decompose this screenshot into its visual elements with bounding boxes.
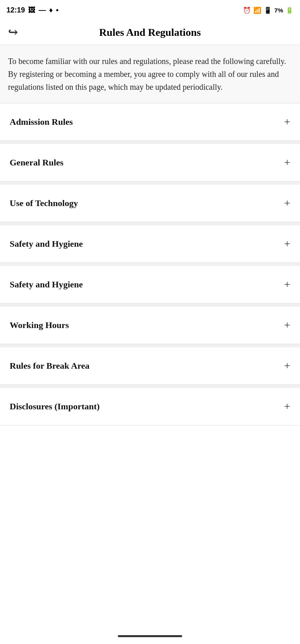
accordion-header-1[interactable]: General Rules+ [0,144,300,181]
time-display: 12:19 [6,6,25,14]
accordion-label-2: Use of Technology [10,198,78,208]
status-bar-right: ⏰ 📶 📱 7% 🔋 [243,6,294,14]
accordion-header-6[interactable]: Rules for Break Area+ [0,347,300,384]
accordion-header-2[interactable]: Use of Technology+ [0,185,300,222]
accordion-label-5: Working Hours [10,320,69,330]
accordion-item: Use of Technology+ [0,185,300,222]
accordion-label-4: Safety and Hygiene [10,279,83,290]
accordion-item: Working Hours+ [0,307,300,344]
accordion-header-7[interactable]: Disclosures (Important)+ [0,388,300,425]
accordion-item: Admission Rules+ [0,103,300,141]
location-icon: ♦ [49,6,53,14]
back-button[interactable]: ↩ [8,26,17,39]
accordion-header-5[interactable]: Working Hours+ [0,307,300,344]
status-bar: 12:19 🖼 — ♦ • ⏰ 📶 📱 7% 🔋 [0,0,300,20]
accordion-item: Rules for Break Area+ [0,347,300,385]
accordion-expand-icon-6[interactable]: + [284,360,290,372]
accordion-header-4[interactable]: Safety and Hygiene+ [0,266,300,303]
accordion-expand-icon-4[interactable]: + [284,279,290,290]
accordion-label-7: Disclosures (Important) [10,401,100,412]
bottom-indicator [118,635,182,637]
arrow-icon: — [39,6,46,14]
intro-text: To become familiar with our rules and re… [8,55,292,93]
accordion-header-3[interactable]: Safety and Hygiene+ [0,225,300,262]
accordion-container: Admission Rules+General Rules+Use of Tec… [0,103,300,425]
accordion-item: Disclosures (Important)+ [0,388,300,425]
accordion-item: Safety and Hygiene+ [0,266,300,303]
accordion-label-1: General Rules [10,157,64,168]
accordion-label-3: Safety and Hygiene [10,239,83,249]
accordion-header-0[interactable]: Admission Rules+ [0,103,300,140]
dot-icon: • [56,6,58,14]
intro-section: To become familiar with our rules and re… [0,45,300,103]
page-title: Rules And Regulations [99,27,201,39]
wifi-icon: 📶 [253,6,261,14]
page-header: ↩ Rules And Regulations [0,20,300,45]
accordion-label-0: Admission Rules [10,117,73,127]
signal-icon: 📱 [264,6,272,14]
accordion-expand-icon-7[interactable]: + [284,401,290,412]
accordion-item: General Rules+ [0,144,300,182]
alarm-icon: ⏰ [243,6,251,14]
accordion-expand-icon-3[interactable]: + [284,238,290,250]
battery-icon: 🔋 [286,6,294,14]
battery-display: 7% [274,7,283,14]
accordion-expand-icon-1[interactable]: + [284,157,290,168]
accordion-expand-icon-0[interactable]: + [284,116,290,128]
accordion-expand-icon-2[interactable]: + [284,198,290,209]
accordion-item: Safety and Hygiene+ [0,225,300,263]
status-bar-left: 12:19 🖼 — ♦ • [6,6,59,14]
accordion-expand-icon-5[interactable]: + [284,320,290,331]
bottom-bar [0,628,300,644]
accordion-label-6: Rules for Break Area [10,361,90,371]
photo-icon: 🖼 [28,6,35,14]
